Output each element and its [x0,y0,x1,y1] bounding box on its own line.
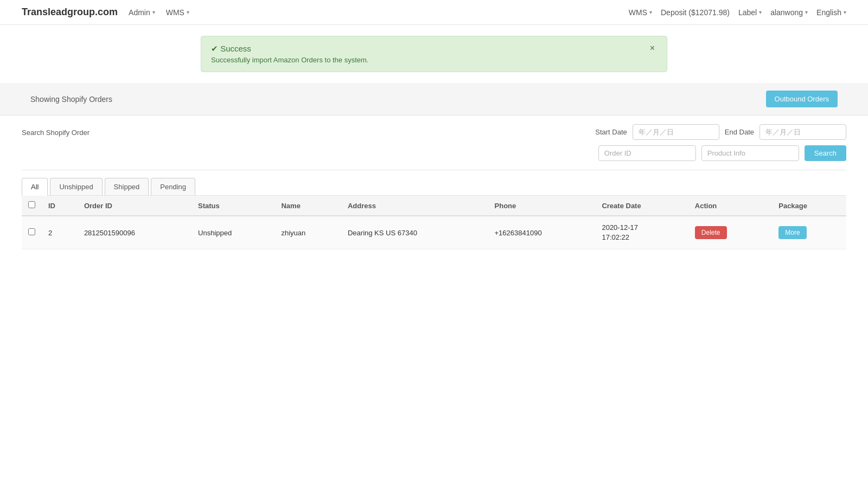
wms-right-dropdown-arrow: ▾ [649,9,652,15]
outbound-orders-button[interactable]: Outbound Orders [766,91,838,107]
navbar-brand: Transleadgroup.com [22,7,118,18]
row-status: Unshipped [192,216,275,249]
row-name: zhiyuan [275,216,341,249]
start-date-label: Start Date [595,128,627,136]
delete-button[interactable]: Delete [695,226,727,239]
navbar-user[interactable]: alanwong ▾ [770,8,808,17]
alert-content: ✔ Success Successfully import Amazon Ord… [211,44,368,64]
wms-left-dropdown-arrow: ▾ [187,9,189,15]
row-checkbox[interactable] [28,228,35,235]
date-row: Start Date End Date [100,124,846,140]
row-order-id: 2812501590096 [78,216,192,249]
admin-dropdown-arrow: ▾ [152,9,155,15]
col-order-id: Order ID [78,196,192,216]
col-name: Name [275,196,341,216]
row-create-date: 2020-12-17 17:02:22 [595,216,688,249]
row-action: Delete [688,216,772,249]
main-content: Showing Shopify Orders Outbound Orders S… [0,83,868,249]
row-address: Dearing KS US 67340 [341,216,488,249]
search-button[interactable]: Search [805,145,846,161]
page-title: Showing Shopify Orders [30,95,112,104]
navbar-wms-right[interactable]: WMS ▾ [629,8,652,17]
col-phone: Phone [488,196,596,216]
tab-unshipped[interactable]: Unshipped [50,178,102,195]
row-phone: +16263841090 [488,216,596,249]
navbar-left: Transleadgroup.com Admin ▾ WMS ▾ [22,7,189,18]
orders-table-wrapper: ID Order ID Status Name Address Phone Cr… [22,196,846,249]
end-date-input[interactable] [760,124,846,140]
search-panel-label: Search Shopify Order [22,124,90,137]
language-dropdown-arrow: ▾ [844,9,846,15]
label-dropdown-arrow: ▾ [759,9,762,15]
search-fields: Start Date End Date Search [100,124,846,161]
table-row: 2 2812501590096 Unshipped zhiyuan Dearin… [22,216,846,249]
navbar: Transleadgroup.com Admin ▾ WMS ▾ WMS ▾ D… [0,0,868,25]
select-all-checkbox[interactable] [28,201,35,208]
alert-message: Successfully import Amazon Orders to the… [211,56,368,64]
col-create-date: Create Date [595,196,688,216]
navbar-language[interactable]: English ▾ [816,8,846,17]
col-status: Status [192,196,275,216]
order-id-input[interactable] [598,145,696,161]
start-date-input[interactable] [633,124,719,140]
more-button[interactable]: More [778,226,806,239]
navbar-wms-left[interactable]: WMS ▾ [166,8,189,17]
end-date-label: End Date [725,128,754,136]
orders-table: ID Order ID Status Name Address Phone Cr… [22,196,846,249]
tab-all[interactable]: All [22,178,48,196]
navbar-admin[interactable]: Admin ▾ [129,8,155,17]
navbar-deposit: Deposit ($12071.98) [661,8,730,17]
col-action: Action [688,196,772,216]
row-package: More [772,216,846,249]
search-panel: Search Shopify Order Start Date End Date… [22,115,846,170]
table-body: 2 2812501590096 Unshipped zhiyuan Dearin… [22,216,846,249]
user-dropdown-arrow: ▾ [805,9,808,15]
header-checkbox-cell [22,196,42,216]
alert-container: ✔ Success Successfully import Amazon Ord… [0,25,868,83]
col-id: ID [42,196,78,216]
product-info-input[interactable] [701,145,799,161]
col-package: Package [772,196,846,216]
row-id: 2 [42,216,78,249]
col-address: Address [341,196,488,216]
id-product-row: Search [100,145,846,161]
navbar-label[interactable]: Label ▾ [738,8,762,17]
alert-close-button[interactable]: × [648,44,657,53]
tab-shipped[interactable]: Shipped [105,178,149,195]
success-alert: ✔ Success Successfully import Amazon Ord… [201,36,667,72]
tab-pending[interactable]: Pending [151,178,195,195]
tabs-container: All Unshipped Shipped Pending [22,170,846,196]
row-checkbox-cell [22,216,42,249]
table-header: ID Order ID Status Name Address Phone Cr… [22,196,846,216]
alert-title: ✔ Success [211,44,368,54]
page-header: Showing Shopify Orders Outbound Orders [0,83,868,115]
navbar-right: WMS ▾ Deposit ($12071.98) Label ▾ alanwo… [629,8,846,17]
